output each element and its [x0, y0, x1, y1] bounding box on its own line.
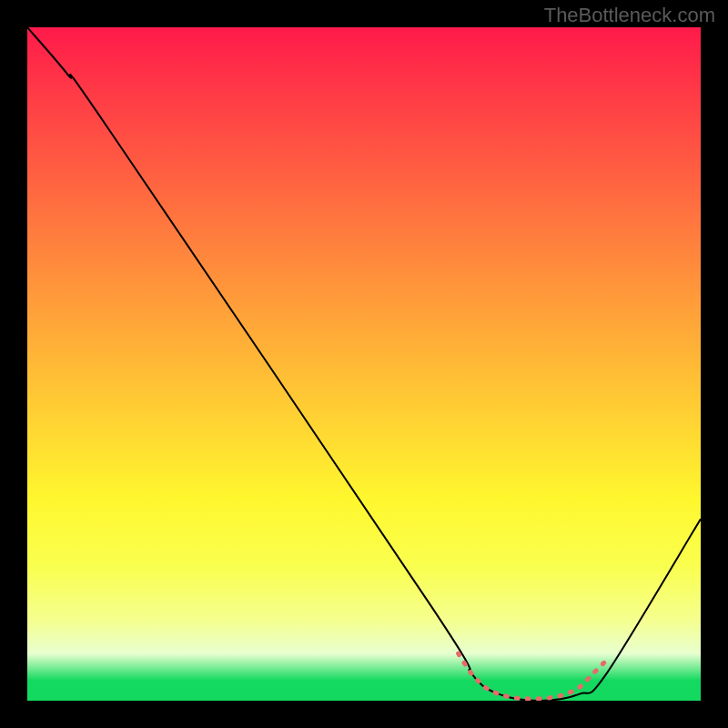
optimal-zone-dots: [459, 653, 607, 699]
bottleneck-curve-line: [27, 27, 701, 701]
chart-plot-area: [27, 27, 701, 701]
chart-svg: [27, 27, 701, 701]
watermark-text: TheBottleneck.com: [544, 4, 715, 27]
